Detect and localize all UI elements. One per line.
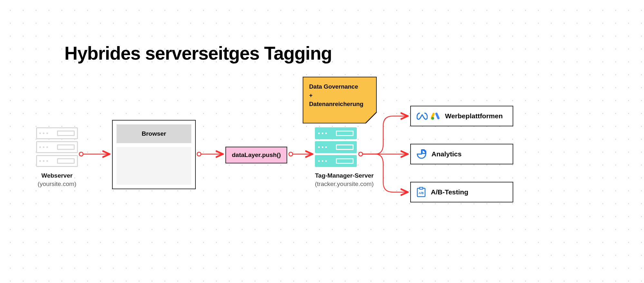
svg-point-10 xyxy=(289,152,293,156)
meta-icon xyxy=(417,112,428,120)
svg-point-6 xyxy=(79,152,83,156)
dest-ab-label: A/B-Testing xyxy=(431,188,468,196)
svg-text:A/B: A/B xyxy=(419,191,424,195)
dest-ab: A/B A/B-Testing xyxy=(410,182,513,202)
sticky-fold-icon xyxy=(365,112,377,123)
datalayer-block: dataLayer.push() xyxy=(225,147,287,163)
svg-point-8 xyxy=(197,152,201,156)
svg-rect-4 xyxy=(420,187,423,189)
sticky-line2: + xyxy=(309,91,370,100)
browser-window-icon: Browser xyxy=(112,120,196,189)
tagmanager-block: Tag-Manager-Server (tracker.yoursite.com… xyxy=(315,127,374,188)
sticky-line3: Datenanreicherung xyxy=(309,100,370,109)
browser-block: Browser xyxy=(112,120,196,189)
browser-bar-label: Browser xyxy=(117,124,191,143)
webserver-stack-icon xyxy=(36,127,78,167)
tagmanager-sub: (tracker.yoursite.com) xyxy=(315,180,374,188)
tagmanager-name: Tag-Manager-Server xyxy=(315,171,374,180)
dest-ads-label: Werbeplattformen xyxy=(445,112,503,120)
datalayer-label: dataLayer.push() xyxy=(225,147,287,163)
svg-rect-1 xyxy=(435,112,440,120)
tagmanager-stack-icon xyxy=(315,127,374,167)
browser-body xyxy=(117,147,191,185)
sticky-note: Data Governance + Datenanreicherung xyxy=(303,77,377,123)
sticky-line1: Data Governance xyxy=(309,83,370,91)
clipboard-ab-icon: A/B xyxy=(417,187,426,197)
webserver-name: Webserver xyxy=(36,171,78,180)
piechart-icon xyxy=(417,149,426,159)
dest-analytics: Analytics xyxy=(410,144,513,164)
webserver-sub: (yoursite.com) xyxy=(36,180,78,188)
webserver-block: Webserver (yoursite.com) xyxy=(36,127,78,188)
diagram-title: Hybrides serverseitges Tagging xyxy=(64,43,332,64)
svg-point-2 xyxy=(431,117,434,120)
google-ads-icon xyxy=(431,112,440,120)
dest-ads: Werbeplattformen xyxy=(410,106,513,126)
dest-analytics-label: Analytics xyxy=(431,150,461,158)
